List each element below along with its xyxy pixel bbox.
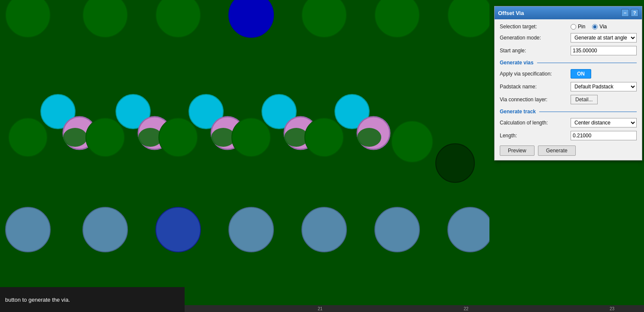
via-radio-option[interactable]: Via [592, 24, 607, 30]
svg-point-11 [63, 128, 87, 147]
dialog-body: Selection target: Pin Via Generation mod… [495, 19, 642, 160]
svg-point-33 [229, 207, 273, 252]
via-radio[interactable] [592, 24, 598, 30]
svg-point-28 [392, 121, 433, 162]
start-angle-control [571, 46, 637, 55]
padstack-name-control: Default Padstack [571, 82, 637, 91]
offset-via-dialog: Offset Via − ? Selection target: Pin Via [494, 6, 642, 161]
length-input[interactable] [571, 131, 637, 140]
selection-target-options: Pin Via [571, 24, 637, 30]
padstack-name-row: Padstack name: Default Padstack [500, 82, 637, 91]
length-row: Length: [500, 131, 637, 140]
dialog-titlebar: Offset Via − ? [495, 6, 642, 19]
generate-vias-label: Generate vias [500, 60, 534, 66]
via-connection-layer-control: Detail... [571, 95, 637, 104]
status-bar: button to generate the via. [0, 287, 185, 312]
calculation-of-length-row: Calculation of length: Center distance E… [500, 118, 637, 127]
svg-point-16 [159, 118, 197, 157]
padstack-name-select[interactable]: Default Padstack [571, 82, 637, 91]
generate-track-header: Generate track [500, 109, 637, 115]
selection-target-label: Selection target: [500, 24, 571, 30]
svg-point-24 [305, 118, 343, 157]
apply-via-spec-control: ON [571, 69, 637, 79]
svg-point-34 [302, 207, 346, 252]
detail-button[interactable]: Detail... [571, 95, 598, 104]
on-button[interactable]: ON [571, 69, 591, 79]
action-buttons: Preview Generate [500, 145, 637, 156]
generate-vias-header: Generate vias [500, 60, 637, 66]
dialog-titlebar-buttons: − ? [621, 9, 638, 17]
start-angle-row: Start angle: [500, 46, 637, 55]
pin-radio[interactable] [571, 24, 576, 30]
help-button[interactable]: ? [631, 9, 638, 17]
svg-point-35 [375, 207, 419, 252]
start-angle-input[interactable] [571, 46, 637, 55]
generation-mode-control: Generate at start angle Generate at end … [571, 33, 637, 42]
generation-mode-select[interactable]: Generate at start angle Generate at end … [571, 33, 637, 42]
calculation-of-length-label: Calculation of length: [500, 120, 571, 126]
generate-button[interactable]: Generate [538, 145, 576, 156]
preview-button[interactable]: Preview [500, 145, 535, 156]
generation-mode-label: Generation mode: [500, 35, 571, 41]
svg-point-30 [6, 207, 50, 252]
apply-via-spec-row: Apply via specification: ON [500, 69, 637, 79]
start-angle-label: Start angle: [500, 48, 571, 54]
svg-point-20 [232, 118, 270, 157]
via-label: Via [599, 24, 607, 30]
length-control [571, 131, 637, 140]
generation-mode-row: Generation mode: Generate at start angle… [500, 33, 637, 42]
minimize-button[interactable]: − [621, 9, 629, 17]
svg-point-27 [357, 128, 381, 147]
via-connection-layer-label: Via connection layer: [500, 97, 571, 103]
apply-via-spec-label: Apply via specification: [500, 71, 571, 77]
pin-label: Pin [578, 24, 585, 30]
svg-point-36 [448, 207, 489, 252]
svg-point-12 [86, 118, 125, 157]
padstack-name-label: Padstack name: [500, 84, 571, 90]
via-connection-layer-row: Via connection layer: Detail... [500, 95, 637, 104]
generate-track-label: Generate track [500, 109, 536, 115]
dialog-title: Offset Via [498, 10, 524, 16]
ruler: 21 22 23 [185, 305, 644, 312]
svg-point-31 [83, 207, 128, 252]
svg-point-8 [9, 118, 47, 157]
status-text: button to generate the via. [5, 297, 70, 303]
selection-target-row: Selection target: Pin Via [500, 24, 637, 30]
calculation-of-length-control: Center distance Edge distance [571, 118, 637, 127]
calculation-of-length-select[interactable]: Center distance Edge distance [571, 118, 637, 127]
length-label: Length: [500, 133, 571, 139]
svg-point-32 [156, 207, 200, 252]
pin-radio-option[interactable]: Pin [571, 24, 585, 30]
svg-point-29 [436, 144, 474, 182]
